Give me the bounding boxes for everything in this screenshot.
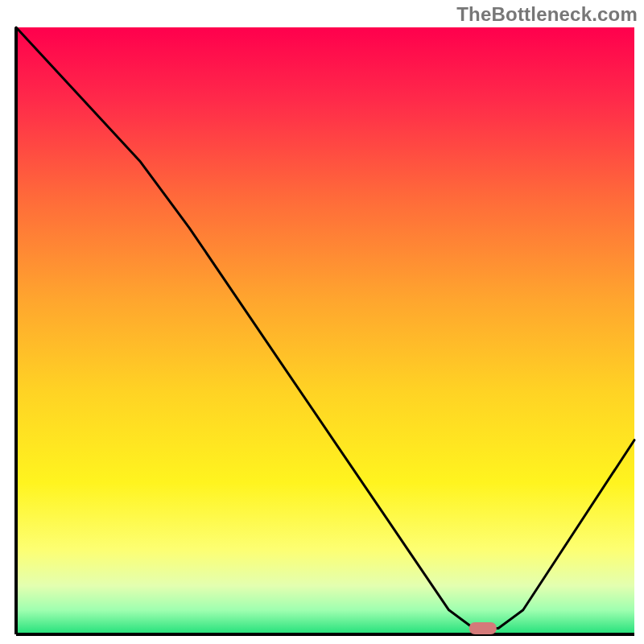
plot-background	[16, 27, 634, 634]
bottleneck-chart	[0, 0, 644, 644]
plot-area	[16, 27, 634, 634]
optimal-point-marker	[469, 622, 497, 634]
watermark-text: TheBottleneck.com	[456, 3, 638, 26]
chart-container: TheBottleneck.com	[0, 0, 644, 644]
